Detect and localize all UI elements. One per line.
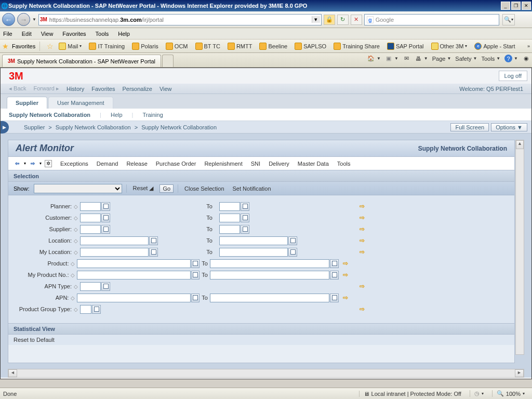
tb-personalize[interactable]: Personalize xyxy=(122,86,152,92)
logoff-button[interactable]: Log off xyxy=(499,71,527,81)
input-supplier-to[interactable] xyxy=(219,225,240,234)
fav-bttc[interactable]: BT TC xyxy=(193,42,222,50)
page-menu[interactable]: Page▼ xyxy=(432,56,451,62)
help-button[interactable]: ?▼ xyxy=(504,55,518,62)
f4-planner-from[interactable] xyxy=(101,202,110,211)
address-bar[interactable]: 3M https://businesschannelqap.3m.com/irj… xyxy=(38,14,322,25)
menu-po[interactable]: Purchase Order xyxy=(156,161,196,167)
nav-fav-icon[interactable]: ✲ xyxy=(45,160,52,167)
menu-tools[interactable]: Tools xyxy=(96,31,109,37)
tab-supplier[interactable]: Supplier xyxy=(7,97,47,109)
search-box[interactable]: g Google xyxy=(364,14,499,25)
fav-beeline[interactable]: Beeline xyxy=(257,42,289,50)
home-button[interactable]: 🏠▼ xyxy=(367,55,381,62)
close-button[interactable]: ✕ xyxy=(522,2,531,10)
input-location-from[interactable] xyxy=(80,236,149,245)
evernote-button[interactable]: ◉ xyxy=(522,55,530,62)
favorites-label[interactable]: Favorites xyxy=(12,43,35,49)
input-supplier-from[interactable] xyxy=(80,225,101,234)
nav-back-icon[interactable]: ⇦ xyxy=(14,160,21,167)
new-tab-button[interactable] xyxy=(162,55,174,67)
status-protected[interactable]: ◷▾ xyxy=(470,390,488,397)
address-drop[interactable]: ▾ xyxy=(312,16,320,23)
input-product-from[interactable] xyxy=(77,259,191,268)
fav-mail[interactable]: Mail▾ xyxy=(57,42,84,50)
input-location-to[interactable] xyxy=(219,236,288,245)
fav-trainingshare[interactable]: Training Share xyxy=(331,42,382,50)
fav-rmtt[interactable]: RMTT xyxy=(225,42,255,50)
menu-delivery[interactable]: Delivery xyxy=(269,161,289,167)
subnav-training[interactable]: Training xyxy=(142,112,163,118)
vertical-scrollbar[interactable]: ▲ xyxy=(515,140,524,355)
bc-snc1[interactable]: Supply Network Collaboration xyxy=(56,124,131,130)
input-customer-from[interactable] xyxy=(80,214,101,222)
fav-sapportal[interactable]: SAP Portal xyxy=(385,42,426,50)
nav-history-drop[interactable]: ▼ xyxy=(32,17,36,22)
tab-usermgmt[interactable]: User Management xyxy=(48,97,113,109)
menu-masterdata[interactable]: Master Data xyxy=(298,161,329,167)
minimize-button[interactable]: _ xyxy=(501,2,510,10)
close-selection-button[interactable]: Close Selection xyxy=(182,185,226,192)
input-mylocation-to[interactable] xyxy=(219,248,288,257)
input-apn-from[interactable] xyxy=(77,294,191,302)
tb-history[interactable]: History xyxy=(66,86,84,92)
horizontal-scrollbar[interactable]: ◄► xyxy=(8,369,524,378)
safety-menu[interactable]: Safety▼ xyxy=(455,56,477,62)
menu-release[interactable]: Release xyxy=(126,161,147,167)
fav-saplso[interactable]: SAPLSO xyxy=(292,42,328,50)
input-myprodno-from[interactable] xyxy=(77,271,191,280)
stop-button[interactable]: ✕ xyxy=(351,15,362,25)
fav-ittraining[interactable]: IT Training xyxy=(87,42,127,50)
multi-select-icon[interactable]: ⇨ xyxy=(360,203,365,210)
f4-planner-to[interactable] xyxy=(241,202,249,211)
refresh-button[interactable]: ↻ xyxy=(337,15,349,25)
menu-file[interactable]: File xyxy=(3,31,12,37)
menu-sni[interactable]: SNI xyxy=(251,161,260,167)
menu-favorites[interactable]: Favorites xyxy=(62,31,86,37)
input-mylocation-from[interactable] xyxy=(80,248,149,257)
menu-exceptions[interactable]: Exceptions xyxy=(60,161,88,167)
go-button[interactable]: Go xyxy=(159,184,174,193)
menu-replenishment[interactable]: Replenishment xyxy=(204,161,242,167)
search-button[interactable]: 🔍▾ xyxy=(502,14,515,25)
tb-view[interactable]: View xyxy=(159,86,172,92)
fav-apple[interactable]: eApple - Start xyxy=(472,42,517,50)
bc-supplier[interactable]: Supplier xyxy=(24,124,45,130)
menu-view[interactable]: View xyxy=(41,31,54,37)
restore-button[interactable]: ❐ xyxy=(511,2,521,10)
nav-panel-toggle[interactable]: ▶ xyxy=(0,121,9,134)
fav-other3m[interactable]: Other 3M▾ xyxy=(429,42,470,50)
input-apntype[interactable] xyxy=(80,282,101,291)
nav-fwd-icon[interactable]: ⇨ xyxy=(29,160,36,167)
input-apn-to[interactable] xyxy=(210,294,329,302)
favorites-star-icon[interactable]: ★ xyxy=(2,42,9,50)
reset-button[interactable]: Reset ◢ xyxy=(131,185,156,192)
input-planner-to[interactable] xyxy=(219,202,240,211)
forward-button[interactable]: → xyxy=(17,13,30,26)
tb-forward[interactable]: Forward ▸ xyxy=(34,85,59,92)
tb-favorites[interactable]: Favorites xyxy=(91,86,115,92)
status-zoom[interactable]: 🔍100% ▾ xyxy=(492,390,529,397)
tools-menu[interactable]: Tools▼ xyxy=(481,56,500,62)
input-myprodno-to[interactable] xyxy=(210,271,329,280)
reset-default-button[interactable]: Reset to Default xyxy=(8,335,514,345)
print-button[interactable]: 🖶▼ xyxy=(415,55,428,62)
menu-demand[interactable]: Demand xyxy=(97,161,118,167)
fav-overflow[interactable]: » xyxy=(527,44,530,49)
select-option-icon[interactable]: ◇ xyxy=(74,204,80,209)
input-planner-from[interactable] xyxy=(80,202,101,211)
show-select[interactable] xyxy=(34,184,122,193)
menu-edit[interactable]: Edit xyxy=(22,31,32,37)
browser-tab[interactable]: 3M Supply Network Collaboration - SAP Ne… xyxy=(2,55,161,67)
fullscreen-button[interactable]: Full Screen xyxy=(450,123,489,131)
add-favorite-icon[interactable]: ☆ xyxy=(47,42,54,50)
input-prodgrptype[interactable] xyxy=(80,305,91,314)
feeds-button[interactable]: ▣▼ xyxy=(385,55,398,62)
menu-tools[interactable]: Tools xyxy=(337,161,351,167)
fav-polaris[interactable]: Polaris xyxy=(130,42,161,50)
set-notification-button[interactable]: Set Notification xyxy=(231,185,273,192)
input-customer-to[interactable] xyxy=(219,214,240,222)
readmail-button[interactable]: ✉ xyxy=(403,55,410,62)
menu-help[interactable]: Help xyxy=(118,31,130,37)
back-button[interactable]: ← xyxy=(2,13,15,26)
